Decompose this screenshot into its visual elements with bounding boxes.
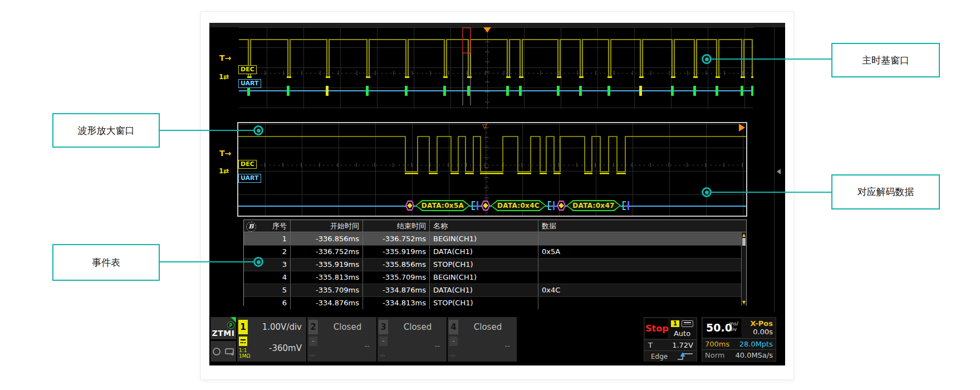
oscilloscope-screen: T→ DEC 1⇄ UART DATA:0x5ADATA:0x4CDATA:0x… (209, 23, 785, 365)
annotation-zoom-window: 波形放大窗口 (52, 113, 160, 148)
brand-logo: P ZTMI (210, 317, 236, 339)
channel-2-coupling-icon: - (309, 337, 317, 346)
timebase-scale-unit: ms/ div (729, 321, 739, 332)
event-cell: -335.919ms (291, 259, 363, 271)
zoom-dec-badge[interactable]: DEC (238, 160, 257, 169)
column-header: 名称 (430, 220, 538, 232)
event-cell: -335.709ms (363, 271, 430, 284)
event-cell: -336.752ms (291, 246, 363, 258)
annotation-decoded-data-label: 对应解码数据 (857, 186, 914, 198)
zoom-trigger-level-indicator[interactable]: T→ (219, 149, 231, 158)
channel-3-block[interactable]: 3-Closed---:- (378, 317, 447, 362)
timebase-status-block[interactable]: 50.0 ms/ div X-Pos 0.00s 700ms 28.0Mpts … (702, 317, 776, 362)
event-cell: -335.919ms (363, 246, 430, 258)
callout-line-decoded-data (712, 192, 831, 193)
trigger-type-row: Edge (644, 350, 697, 362)
event-table-row[interactable]: 1-336.856ms-336.752msBEGIN(CH1) (244, 232, 746, 245)
scroll-down-icon[interactable] (742, 301, 746, 304)
table-scrollbar[interactable] (741, 232, 746, 305)
channel-4-sub-value: -:- (450, 353, 455, 358)
status-bar: P ZTMI Stop 1 Auto T 1.72V (209, 317, 785, 362)
scope-top-strip (209, 23, 785, 27)
event-cell: -334.876ms (363, 284, 430, 296)
sample-rate-row: Norm 40.0MSa/s (702, 349, 776, 360)
window-time-value: 700ms (705, 340, 729, 348)
trigger-level-indicator[interactable]: T→ (219, 53, 231, 62)
event-cell: -334.876ms (291, 297, 363, 309)
annotation-decoded-data: 对应解码数据 (831, 174, 940, 209)
event-cell: 3 (244, 259, 291, 271)
event-cell (538, 259, 743, 271)
annotation-event-table-label: 事件表 (92, 256, 120, 269)
rising-edge-icon (677, 352, 694, 361)
event-cell (538, 271, 743, 284)
uart-stop-bit-marker (623, 201, 630, 210)
trigger-type: Edge (651, 353, 668, 360)
zoom-uart-badge[interactable]: UART (238, 174, 261, 183)
dec-badge[interactable]: DEC (238, 65, 257, 74)
event-table-header: B序号开始时间结束时间名称数据 (244, 220, 746, 232)
quick-tool-buttons[interactable] (210, 341, 236, 362)
trigger-status-block[interactable]: Stop 1 Auto T 1.72V Edge (644, 317, 697, 362)
event-table-row[interactable]: 2-336.752ms-335.919msDATA(CH1)0x5A (244, 245, 746, 258)
callout-line-zoom-window (160, 130, 253, 131)
ch1-zoom-waveform (238, 136, 746, 172)
column-header: 数据 (538, 220, 743, 232)
event-cell: DATA(CH1) (430, 246, 538, 258)
ch1-waveform (239, 40, 753, 77)
run-stop-status[interactable]: Stop (645, 319, 668, 338)
uart-stop-bit-marker (548, 201, 555, 210)
channel-2-sub-value: -:- (310, 353, 315, 358)
channel-1-probe-ratio: 1:1 (239, 348, 247, 353)
touch-lock-icon[interactable] (225, 348, 234, 354)
zoom-trigger-marker[interactable]: ▽ (482, 123, 487, 129)
callout-dot-zoom-window (253, 125, 263, 135)
channel-4-block[interactable]: 4-Closed---:- (448, 317, 517, 362)
uart-badge[interactable]: UART (238, 79, 261, 88)
timebase-scale-box[interactable]: 50.0 ms/ div (703, 319, 741, 337)
probe-compensation-icon[interactable] (213, 348, 220, 355)
scroll-up-icon[interactable] (742, 233, 746, 237)
main-timebase-window[interactable] (239, 27, 753, 109)
channel-2-value: -- (365, 342, 370, 350)
channel-2-block[interactable]: 2-Closed---:- (307, 317, 376, 362)
event-cell: -335.813ms (291, 271, 363, 284)
annotation-zoom-window-label: 波形放大窗口 (78, 124, 135, 137)
channel-1-block[interactable]: 11.00V/div-360mV1:11MΩ (237, 317, 306, 362)
channel-2-state: Closed (321, 322, 374, 332)
event-cell: STOP(CH1) (430, 259, 538, 271)
channel-3-state: Closed (391, 322, 444, 332)
event-table-row[interactable]: 4-335.813ms-335.709msBEGIN(CH1) (244, 271, 746, 284)
annotation-event-table: 事件表 (52, 244, 160, 281)
event-cell: -336.856ms (291, 233, 363, 245)
channel-4-badge[interactable]: 4 (449, 320, 458, 334)
channel-1-badge[interactable]: 1 (238, 320, 248, 334)
event-cell: -335.856ms (363, 259, 430, 271)
event-table-row[interactable]: 3-335.919ms-335.856msSTOP(CH1) (244, 258, 746, 271)
uart-data-frame: DATA:0x5A (415, 200, 470, 211)
event-table-row[interactable]: 6-334.876ms-334.813msSTOP(CH1) (244, 296, 746, 309)
event-cell: 2 (244, 246, 291, 258)
channel1-position-marker[interactable]: 1⇄ (219, 73, 229, 81)
column-header: 结束时间 (363, 220, 430, 232)
callout-dot-decoded-data (702, 187, 712, 197)
event-table-row[interactable]: 5-335.709ms-334.876msDATA(CH1)0x4C (244, 284, 746, 296)
event-cell: -334.813ms (363, 297, 430, 309)
channel-2-badge[interactable]: 2 (308, 320, 318, 334)
zoom-waveform-plot (238, 123, 746, 216)
channel-1-impedance: 1MΩ (239, 354, 250, 359)
channel-3-coupling-icon: - (379, 337, 388, 346)
trigger-coupling-icon (682, 320, 693, 327)
page-background: 主时基窗口 对应解码数据 波形放大窗口 事件表 T→ DEC 1⇄ UART (0, 0, 980, 390)
acquisition-mode: Norm (705, 351, 724, 359)
waveform-zoom-window[interactable]: DATA:0x5ADATA:0x4CDATA:0x47 (237, 122, 747, 217)
scroll-thumb[interactable] (742, 238, 746, 246)
zoom-channel1-position-marker[interactable]: 1⇄ (219, 167, 229, 175)
panel-collapse-arrow-icon[interactable] (777, 169, 781, 174)
trigger-source-badge: 1 (671, 320, 679, 327)
channel-3-badge[interactable]: 3 (379, 320, 388, 334)
trigger-mode[interactable]: Auto (669, 329, 695, 338)
trigger-position-marker[interactable] (483, 27, 491, 32)
zoom-right-marker[interactable] (739, 124, 745, 131)
callout-line-event-table (160, 261, 253, 262)
